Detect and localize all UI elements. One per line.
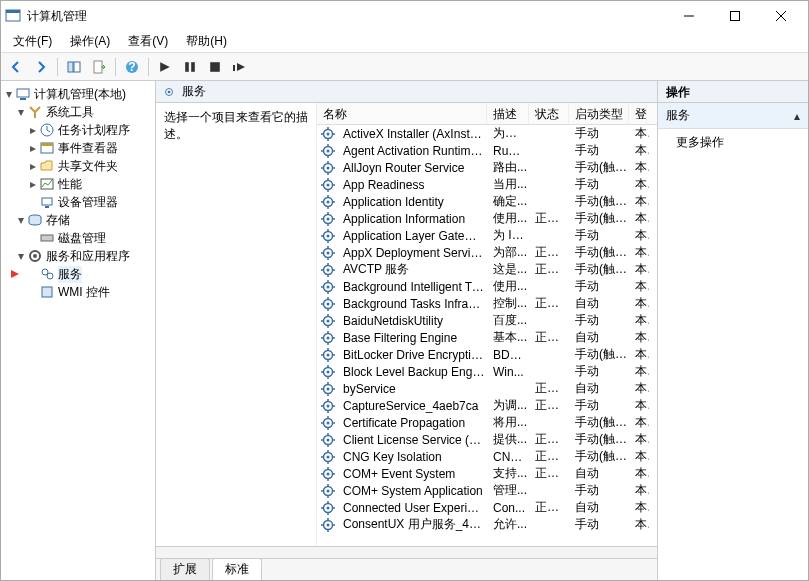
- tree-node-services[interactable]: 服务: [3, 265, 153, 283]
- service-row[interactable]: Base Filtering Engine基本...正在...自动本: [317, 329, 657, 346]
- stop-service-button[interactable]: [204, 56, 226, 78]
- services-list[interactable]: 名称 描述 状态 启动类型 登 ActiveX Installer (AxIns…: [316, 103, 657, 546]
- expander-icon[interactable]: ▸: [27, 160, 39, 172]
- menu-file[interactable]: 文件(F): [5, 31, 60, 52]
- cell-account: 本: [631, 193, 649, 210]
- service-icon: [320, 262, 336, 278]
- service-row[interactable]: AllJoyn Router Service路由...手动(触发...本: [317, 159, 657, 176]
- cell-desc: 基本...: [489, 329, 531, 346]
- export-list-button[interactable]: [88, 56, 110, 78]
- svg-rect-8: [94, 61, 102, 73]
- service-row[interactable]: Application Identity确定...手动(触发...本: [317, 193, 657, 210]
- tree-node-task-scheduler[interactable]: ▸ 任务计划程序: [3, 121, 153, 139]
- tab-extended[interactable]: 扩展: [160, 558, 210, 580]
- help-button[interactable]: ?: [121, 56, 143, 78]
- service-row[interactable]: Background Intelligent Tra...使用...手动本: [317, 278, 657, 295]
- tab-standard[interactable]: 标准: [212, 558, 262, 580]
- expander-icon[interactable]: ▾: [15, 106, 27, 118]
- maximize-button[interactable]: [712, 1, 758, 31]
- menu-action[interactable]: 操作(A): [62, 31, 118, 52]
- service-row[interactable]: Connected User Experienc...Con...正在...自动…: [317, 499, 657, 516]
- expander-icon[interactable]: ▸: [27, 178, 39, 190]
- menu-view[interactable]: 查看(V): [120, 31, 176, 52]
- service-row[interactable]: Block Level Backup Engine ...Win...手动本: [317, 363, 657, 380]
- expander-icon[interactable]: ▸: [27, 142, 39, 154]
- cell-startup: 手动(触发...: [571, 346, 631, 363]
- svg-point-28: [33, 254, 37, 258]
- horizontal-scrollbar[interactable]: [156, 546, 657, 558]
- navigation-tree[interactable]: ▾ 计算机管理(本地) ▾ 系统工具 ▸ 任务计划程序 ▸ 事件查看器 ▸ 共享…: [1, 81, 156, 580]
- service-row[interactable]: Background Tasks Infrastru...控制...正在...自…: [317, 295, 657, 312]
- expander-icon[interactable]: ▸: [27, 124, 39, 136]
- tree-node-performance[interactable]: ▸ 性能: [3, 175, 153, 193]
- service-row[interactable]: Agent Activation Runtime_...Runt...手动本: [317, 142, 657, 159]
- service-icon: [320, 160, 336, 176]
- cell-name: COM+ System Application: [339, 484, 489, 498]
- service-row[interactable]: CNG Key IsolationCNG...正在...手动(触发...本: [317, 448, 657, 465]
- computer-icon: [15, 86, 31, 102]
- expander-icon[interactable]: ▾: [15, 250, 27, 262]
- service-row[interactable]: App Readiness当用...手动本: [317, 176, 657, 193]
- cell-account: 本: [631, 159, 649, 176]
- gear-icon: [162, 85, 176, 99]
- service-row[interactable]: ConsentUX 用户服务_4aeb...允许...手动本: [317, 516, 657, 533]
- actions-group-services[interactable]: 服务 ▴: [658, 103, 808, 129]
- cell-desc: 管理...: [489, 482, 531, 499]
- detail-prompt: 选择一个项目来查看它的描述。: [164, 110, 308, 141]
- service-row[interactable]: Application Layer Gateway ...为 In...手动本: [317, 227, 657, 244]
- tree-node-storage[interactable]: ▾ 存储: [3, 211, 153, 229]
- column-name[interactable]: 名称: [317, 103, 487, 124]
- start-service-button[interactable]: [154, 56, 176, 78]
- service-row[interactable]: AVCTP 服务这是...正在...手动(触发...本: [317, 261, 657, 278]
- cell-account: 本: [631, 261, 649, 278]
- back-button[interactable]: [5, 56, 27, 78]
- service-row[interactable]: COM+ System Application管理...手动本: [317, 482, 657, 499]
- service-row[interactable]: Application Information使用...正在...手动(触发..…: [317, 210, 657, 227]
- tree-node-device-manager[interactable]: 设备管理器: [3, 193, 153, 211]
- list-header[interactable]: 名称 描述 状态 启动类型 登: [317, 103, 657, 125]
- service-row[interactable]: Client License Service (Clip...提供...正在..…: [317, 431, 657, 448]
- service-row[interactable]: COM+ Event System支持...正在...自动本: [317, 465, 657, 482]
- menu-help[interactable]: 帮助(H): [178, 31, 235, 52]
- service-icon: [320, 517, 336, 533]
- column-status[interactable]: 状态: [529, 103, 569, 124]
- column-logon-as[interactable]: 登: [629, 103, 647, 124]
- service-row[interactable]: BaiduNetdiskUtility百度...手动本: [317, 312, 657, 329]
- cell-name: Block Level Backup Engine ...: [339, 365, 489, 379]
- expander-icon[interactable]: ▾: [3, 88, 15, 100]
- service-row[interactable]: BitLocker Drive Encryption ...BDE...手动(触…: [317, 346, 657, 363]
- service-row[interactable]: CaptureService_4aeb7ca为调...正在...手动本: [317, 397, 657, 414]
- close-button[interactable]: [758, 1, 804, 31]
- svg-point-89: [327, 285, 330, 288]
- cell-name: Background Intelligent Tra...: [339, 280, 489, 294]
- show-hide-tree-button[interactable]: [63, 56, 85, 78]
- service-row[interactable]: ActiveX Installer (AxInstSV)为从 ...手动本: [317, 125, 657, 142]
- tree-node-services-apps[interactable]: ▾ 服务和应用程序: [3, 247, 153, 265]
- cell-startup: 手动(触发...: [571, 431, 631, 448]
- tree-node-system-tools[interactable]: ▾ 系统工具: [3, 103, 153, 121]
- cell-startup: 自动: [571, 465, 631, 482]
- tree-node-event-viewer[interactable]: ▸ 事件查看器: [3, 139, 153, 157]
- pause-service-button[interactable]: [179, 56, 201, 78]
- cell-name: App Readiness: [339, 178, 489, 192]
- expander-icon[interactable]: ▾: [15, 214, 27, 226]
- tree-node-disk-management[interactable]: 磁盘管理: [3, 229, 153, 247]
- cell-startup: 自动: [571, 295, 631, 312]
- cell-account: 本: [631, 346, 649, 363]
- tree-node-root[interactable]: ▾ 计算机管理(本地): [3, 85, 153, 103]
- svg-point-47: [327, 166, 330, 169]
- minimize-button[interactable]: [666, 1, 712, 31]
- service-row[interactable]: AppX Deployment Service ...为部...正在...手动(…: [317, 244, 657, 261]
- restart-service-button[interactable]: [229, 56, 251, 78]
- tree-node-wmi[interactable]: WMI 控件: [3, 283, 153, 301]
- action-more-actions[interactable]: 更多操作: [658, 129, 808, 156]
- forward-button[interactable]: [30, 56, 52, 78]
- service-row[interactable]: byService正在...自动本: [317, 380, 657, 397]
- service-row[interactable]: Certificate Propagation将用...手动(触发...本: [317, 414, 657, 431]
- tree-node-shared-folders[interactable]: ▸ 共享文件夹: [3, 157, 153, 175]
- column-description[interactable]: 描述: [487, 103, 529, 124]
- actions-pane: 操作 服务 ▴ 更多操作: [658, 81, 808, 580]
- service-icon: [320, 126, 336, 142]
- cell-status: 正在...: [531, 295, 571, 312]
- column-startup-type[interactable]: 启动类型: [569, 103, 629, 124]
